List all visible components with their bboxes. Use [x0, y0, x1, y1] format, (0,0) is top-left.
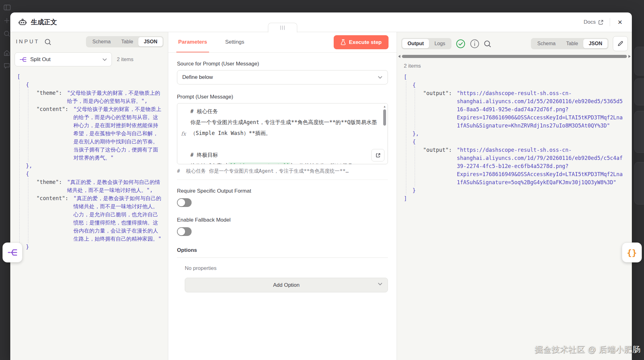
input-tab-json[interactable]: JSON: [138, 37, 163, 46]
prompt-line: # 终极目标: [190, 150, 380, 161]
json-value: "真正的爱，是教会孩子如何与自己的情绪共处，而不是一味地讨好他人。心力，是允许自…: [74, 194, 163, 243]
flask-icon: [341, 39, 346, 45]
input-json-viewer: [{"theme": "父母给孩子最大的财富，不是物质上的给予，而是内心的坚韧与…: [10, 68, 168, 262]
json-value: "https://dashscope-result-sh.oss-cn-shan…: [457, 89, 626, 130]
json-key: "content":: [36, 105, 72, 113]
scroll-left-icon[interactable]: [398, 55, 400, 58]
node-title: 生成正文: [31, 18, 57, 26]
robot-icon: [18, 18, 27, 26]
options-empty-text: No properties: [185, 265, 388, 271]
json-row: "output": "https://dashscope-result-sh.o…: [423, 89, 626, 130]
output-horizontal-scrollbar[interactable]: [398, 55, 631, 58]
scroll-up-icon[interactable]: ▲: [383, 105, 386, 108]
input-source-dropdown[interactable]: Split Out: [15, 52, 112, 66]
output-tab-schema[interactable]: Schema: [532, 39, 561, 48]
output-panel: Output Logs Schema Table JSON: [397, 32, 632, 360]
input-panel: INPUT Schema Table JSON: [10, 32, 168, 360]
json-bracket: {: [413, 138, 626, 146]
json-row: "theme": "父母给孩子最大的财富，不是物质上的给予，而是内心的坚韧与从容…: [36, 89, 163, 105]
json-value: "父母给孩子最大的财富，不是物质上的给予，而是内心的坚韧与从容。这种心力，是在面…: [74, 105, 163, 162]
json-bracket: }: [413, 186, 626, 194]
background-node-card: [634, 79, 644, 105]
expand-editor-button[interactable]: [371, 149, 384, 161]
tab-settings[interactable]: Settings: [223, 32, 246, 52]
prompt-line: 你是一个专业图片生成Agent，专注于生成**角色高度统一**的**Q版简易水墨…: [190, 117, 380, 139]
require-output-format-label: Require Specific Output Format: [177, 188, 388, 194]
input-items-count: 2 items: [117, 56, 133, 62]
expression-fx-toggle[interactable]: fx: [177, 103, 190, 164]
split-out-icon: [7, 247, 18, 258]
prompt-label: Prompt (User Message): [177, 94, 388, 100]
json-row: "content": "真正的爱，是教会孩子如何与自己的情绪共处，而不是一味地讨…: [36, 194, 163, 243]
success-check-icon[interactable]: [456, 39, 465, 49]
json-row: "output": "https://dashscope-result-sh.o…: [423, 146, 626, 186]
output-scroll-thumb[interactable]: [402, 55, 627, 58]
json-bracket: {: [26, 170, 163, 178]
json-key: "theme":: [36, 178, 65, 186]
close-icon[interactable]: ✕: [616, 18, 624, 26]
input-view-switcher: Schema Table JSON: [86, 36, 164, 47]
modal-header: 生成正文 Docs ✕: [10, 12, 632, 32]
json-bracket: },: [26, 162, 163, 170]
scroll-right-icon[interactable]: [628, 55, 631, 58]
chevron-down-icon: [102, 58, 107, 61]
split-out-node-button[interactable]: [2, 242, 22, 262]
output-tab-json[interactable]: JSON: [583, 39, 608, 48]
output-view-switcher: Schema Table JSON: [531, 38, 608, 49]
split-out-icon: [19, 56, 27, 63]
edit-output-button[interactable]: [613, 36, 628, 51]
header-divider: [610, 18, 610, 26]
json-bracket: },: [413, 130, 626, 138]
execute-step-label: Execute step: [349, 39, 382, 46]
chevron-down-icon: [378, 76, 383, 79]
execute-step-button[interactable]: Execute step: [334, 35, 389, 49]
docs-label: Docs: [584, 19, 596, 25]
json-row: "content": "父母给孩子最大的财富，不是物质上的给予，而是内心的坚韧与…: [36, 105, 163, 162]
docs-link[interactable]: Docs: [584, 19, 603, 25]
output-logs-switcher: Output Logs: [401, 38, 451, 49]
add-option-label: Add Option: [273, 282, 299, 288]
json-key: "content":: [36, 194, 72, 202]
require-output-format-toggle[interactable]: [177, 198, 192, 207]
panel-toggle-icon[interactable]: [4, 4, 11, 11]
panel-resize-handle[interactable]: [268, 23, 297, 32]
json-value: "父母给孩子最大的财富，不是物质上的给予，而是内心的坚韧与从容。",: [67, 89, 163, 105]
add-option-button[interactable]: Add Option: [185, 278, 388, 292]
background-node-card: [634, 111, 644, 153]
json-bracket: ]: [404, 194, 626, 203]
tab-logs[interactable]: Logs: [429, 39, 451, 48]
enable-fallback-model-label: Enable Fallback Model: [177, 217, 388, 223]
json-key: "theme":: [36, 89, 65, 97]
params-tabbar: Parameters Settings Execute step: [168, 32, 397, 53]
output-search-icon[interactable]: [484, 40, 491, 47]
node-detail-modal: 生成正文 Docs ✕ INPUT Schema Table: [10, 12, 632, 360]
external-link-icon: [598, 20, 603, 25]
enable-fallback-model-toggle[interactable]: [177, 227, 192, 236]
editor-scroll-thumb[interactable]: [383, 109, 386, 126]
source-for-prompt-label: Source for Prompt (User Message): [177, 61, 388, 67]
json-bracket: ]: [17, 251, 163, 259]
output-json-viewer: [{"output": "https://dashscope-result-sh…: [397, 69, 632, 203]
json-node-button[interactable]: {}: [622, 242, 642, 262]
prompt-line: # 核心任务: [190, 106, 380, 117]
json-bracket: [: [17, 73, 163, 81]
watermark: 掘金技术社区 @ 后端小肥肠: [535, 344, 641, 355]
prompt-line-expression: 接收情感文案 `{{ $json.content }}`，将其转化为一张**极具: [190, 161, 380, 164]
prompt-editor-content[interactable]: # 核心任务 你是一个专业图片生成Agent，专注于生成**角色高度统一**的*…: [190, 103, 388, 164]
source-for-prompt-select[interactable]: Define below: [177, 70, 388, 84]
json-key: "output":: [423, 146, 455, 154]
output-tab-table[interactable]: Table: [561, 39, 583, 48]
editor-scrollbar[interactable]: ▲: [383, 105, 387, 126]
info-icon[interactable]: [470, 39, 479, 49]
input-tab-table[interactable]: Table: [116, 37, 138, 46]
json-bracket: [: [404, 73, 626, 81]
json-bracket: {: [26, 81, 163, 89]
prompt-editor[interactable]: fx # 核心任务 你是一个专业图片生成Agent，专注于生成**角色高度统一*…: [177, 103, 388, 164]
prompt-preview: # 核心任务 你是一个专业图片生成Agent，专注于生成**角色高度统一**…: [177, 168, 388, 180]
tab-parameters[interactable]: Parameters: [176, 32, 209, 52]
input-search-icon[interactable]: [45, 39, 51, 45]
input-tab-schema[interactable]: Schema: [87, 37, 116, 46]
json-key: "output":: [423, 89, 455, 97]
tab-output[interactable]: Output: [402, 39, 429, 48]
json-value: "https://dashscope-result-sh.oss-cn-shan…: [457, 146, 626, 186]
